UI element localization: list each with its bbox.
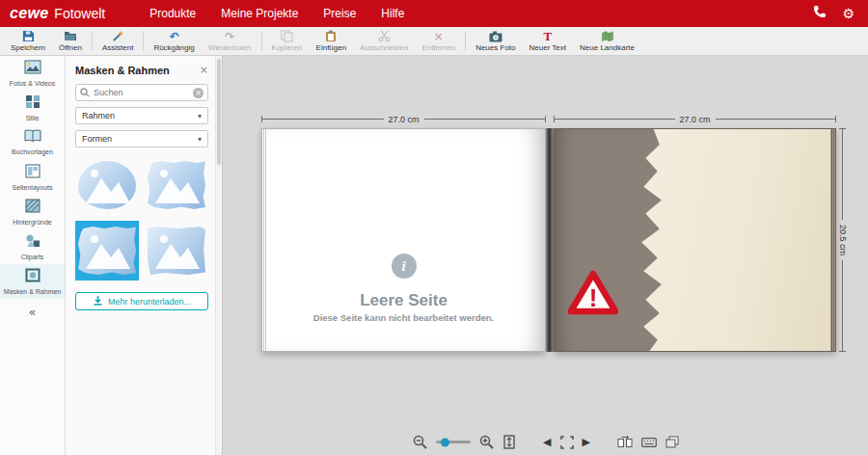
panel-scrollbar[interactable]: [215, 56, 222, 455]
mask-preview-image: [148, 161, 205, 209]
sidebar-label: Fotos & Videos: [10, 80, 55, 88]
search-box: ×: [75, 84, 208, 101]
new-text-button[interactable]: T Neuer Text: [523, 27, 574, 55]
sidebar-item-hintergruende[interactable]: Hintergründe: [0, 195, 65, 229]
phone-icon[interactable]: [813, 5, 827, 22]
masks-frames-icon: [25, 268, 41, 286]
sidebar-item-stile[interactable]: Stile: [0, 91, 65, 125]
undo-button[interactable]: ↶ Rückgängig: [147, 27, 201, 55]
mask-thumb-torn-edge[interactable]: [145, 155, 208, 215]
masks-frames-panel: Masken & Rahmen × × Rahmen ▾ Formen ▾: [66, 56, 223, 455]
new-map-button[interactable]: Neue Landkarte: [573, 27, 641, 55]
undo-label: Rückgängig: [153, 43, 194, 52]
search-icon: [80, 84, 90, 101]
zoom-out-button[interactable]: [413, 435, 427, 449]
mask-thumb-rough-rect[interactable]: [145, 221, 208, 281]
info-icon: i: [392, 254, 417, 279]
shapes-dropdown[interactable]: Formen ▾: [75, 130, 208, 147]
book-template-icon: [24, 129, 41, 147]
next-page-button[interactable]: ▶: [583, 437, 590, 447]
left-book-page: i Leere Seite Diese Seite kann nicht bea…: [261, 128, 546, 352]
right-page-width-ruler: 27.0 cm: [554, 119, 836, 120]
gear-icon[interactable]: ⚙: [842, 7, 854, 20]
save-label: Speichern: [11, 43, 45, 52]
zoom-slider[interactable]: [436, 441, 471, 443]
paste-button[interactable]: Einfügen: [310, 27, 354, 55]
menu-hilfe[interactable]: Hilfe: [381, 7, 404, 20]
menu-meine-projekte[interactable]: Meine Projekte: [221, 7, 298, 20]
sidebar-item-seitenlayouts[interactable]: Seitenlayouts: [0, 160, 65, 195]
previous-page-button[interactable]: ◀: [543, 437, 551, 447]
sidebar-collapse-button[interactable]: «: [0, 305, 65, 319]
sidebar-label: Hintergründe: [13, 219, 51, 227]
sidebar-label: Seitenlayouts: [12, 184, 52, 192]
cewe-logo: cewe: [0, 5, 48, 22]
photos-icon: [24, 60, 41, 78]
download-more-button[interactable]: Mehr herunterladen...: [75, 292, 208, 310]
sidebar-item-fotos-videos[interactable]: Fotos & Videos: [0, 56, 65, 91]
empty-page-subtitle: Diese Seite kann nicht bearbeitet werden…: [262, 312, 545, 323]
clipboard-icon: [325, 30, 337, 42]
close-icon[interactable]: ×: [200, 64, 208, 76]
sidebar-item-buchvorlagen[interactable]: Buchvorlagen: [0, 125, 65, 160]
cut-button: Ausschneiden: [353, 27, 415, 55]
styles-icon: [25, 94, 41, 113]
fullscreen-button[interactable]: [560, 436, 574, 449]
wand-icon: [112, 30, 124, 42]
warning-triangle-icon: !: [568, 270, 618, 319]
mask-thumbnail-grid: [75, 155, 208, 281]
panel-scrollbar-thumb[interactable]: [217, 59, 221, 165]
mask-thumb-torn-edge-selected[interactable]: [75, 221, 139, 281]
delete-label: Entfernen: [421, 43, 455, 52]
clear-search-icon[interactable]: ×: [193, 88, 203, 98]
download-icon: [93, 295, 103, 308]
save-button[interactable]: Speichern: [4, 27, 52, 55]
mask-preview-image: [148, 227, 205, 275]
main-toolbar: Speichern Öffnen Assistent ↶ Rückgängig …: [0, 27, 868, 56]
assistant-label: Assistent: [102, 43, 133, 52]
keyboard-shortcuts-button[interactable]: [641, 438, 657, 447]
mask-preview-image: [78, 161, 136, 209]
sidebar-item-cliparts[interactable]: Cliparts: [0, 229, 65, 264]
sidebar-item-masken-rahmen[interactable]: Masken & Rahmen: [0, 264, 65, 299]
shapes-dropdown-value: Formen: [82, 134, 112, 144]
reorder-pages-button[interactable]: [617, 436, 633, 448]
canvas-bottom-bar: ◀ ▶: [224, 435, 868, 449]
brand-name: Fotowelt: [54, 6, 105, 21]
menu-produkte[interactable]: Produkte: [149, 7, 196, 20]
delete-x-icon: ×: [434, 30, 444, 42]
torn-paper-background: [636, 129, 835, 351]
assistant-button[interactable]: Assistent: [95, 27, 140, 55]
open-button[interactable]: Öffnen: [52, 27, 89, 55]
download-more-label: Mehr herunterladen...: [108, 297, 191, 307]
header-actions: ⚙: [813, 5, 868, 22]
new-text-label: Neuer Text: [529, 43, 567, 52]
new-photo-button[interactable]: Neues Foto: [469, 27, 522, 55]
sidebar-label: Masken & Rahmen: [4, 288, 62, 296]
menu-preise[interactable]: Preise: [323, 7, 356, 20]
open-folder-icon: [64, 30, 77, 42]
zoom-in-button[interactable]: [479, 435, 494, 449]
pages-overview-button[interactable]: [665, 436, 679, 448]
mask-thumb-circle[interactable]: [75, 155, 139, 215]
page-height-label: 20.5 cm: [838, 220, 848, 260]
paste-label: Einfügen: [316, 43, 347, 52]
cliparts-icon: [25, 233, 41, 252]
frames-dropdown[interactable]: Rahmen ▾: [75, 107, 208, 124]
open-label: Öffnen: [59, 43, 82, 52]
panel-title: Masken & Rahmen: [75, 65, 170, 76]
svg-text:!: !: [589, 283, 598, 312]
tool-sidebar: Fotos & Videos Stile Buchvorlagen Seiten…: [0, 56, 66, 455]
search-input[interactable]: [94, 88, 189, 97]
backgrounds-icon: [25, 199, 41, 217]
toolbar-separator: [465, 31, 466, 51]
undo-icon: ↶: [169, 30, 178, 42]
panel-header: Masken & Rahmen ×: [75, 64, 208, 76]
main-menu: Produkte Meine Projekte Preise Hilfe: [149, 7, 404, 20]
zoom-slider-handle[interactable]: [441, 438, 449, 446]
scissors-icon: [378, 30, 391, 42]
save-icon: [22, 30, 35, 42]
redo-label: Wiederholen: [208, 43, 252, 52]
fit-to-page-button[interactable]: [502, 435, 516, 449]
text-tool-icon: T: [543, 30, 552, 42]
